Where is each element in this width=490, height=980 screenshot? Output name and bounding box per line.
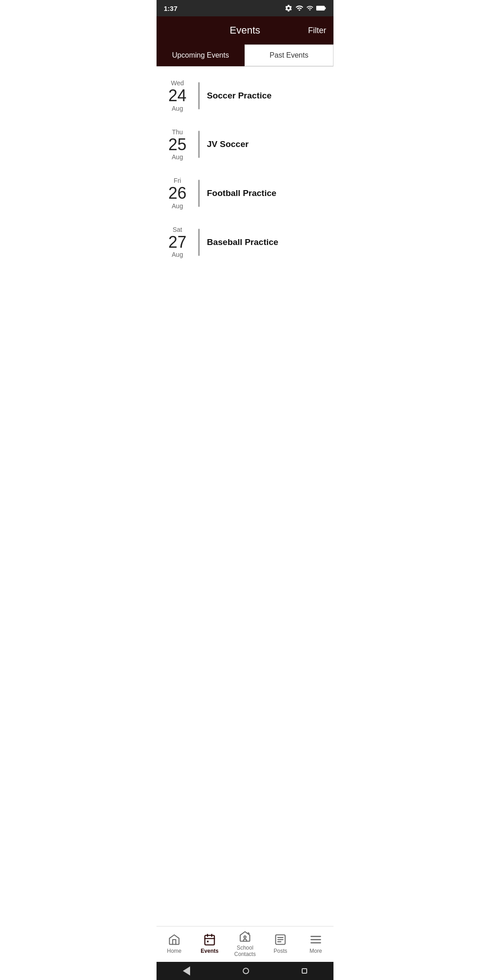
- event-month: Aug: [172, 105, 183, 112]
- wifi-icon: [295, 4, 304, 12]
- home-button[interactable]: [243, 968, 249, 974]
- filter-button[interactable]: Filter: [308, 26, 326, 35]
- svg-rect-2: [205, 936, 215, 945]
- svg-rect-1: [325, 7, 326, 10]
- list-item[interactable]: Sat 27 Aug Baseball Practice: [157, 218, 333, 267]
- event-divider: [198, 82, 200, 109]
- nav-label-home: Home: [167, 948, 181, 954]
- status-time: 1:37: [164, 5, 177, 12]
- event-date: Wed 24 Aug: [164, 79, 191, 112]
- event-day-name: Thu: [172, 128, 183, 136]
- event-day-number: 25: [168, 136, 186, 154]
- app-header: Events Filter: [157, 16, 333, 44]
- nav-label-school-contacts: School Contacts: [227, 945, 263, 957]
- tab-past-events[interactable]: Past Events: [245, 44, 333, 66]
- list-item[interactable]: Wed 24 Aug Soccer Practice: [157, 71, 333, 120]
- event-date: Sat 27 Aug: [164, 226, 191, 259]
- event-divider: [198, 131, 200, 158]
- event-title: Soccer Practice: [207, 91, 272, 101]
- event-month: Aug: [172, 153, 183, 161]
- nav-label-posts: Posts: [274, 948, 287, 954]
- event-date: Thu 25 Aug: [164, 128, 191, 161]
- tab-upcoming-events[interactable]: Upcoming Events: [157, 44, 245, 66]
- event-day-number: 24: [168, 87, 186, 105]
- event-title: Baseball Practice: [207, 237, 278, 247]
- nav-item-home[interactable]: Home: [157, 933, 192, 954]
- nav-item-school-contacts[interactable]: School Contacts: [227, 930, 263, 957]
- list-item[interactable]: Fri 26 Aug Football Practice: [157, 169, 333, 218]
- event-month: Aug: [172, 202, 183, 210]
- signal-icon: [306, 5, 314, 12]
- page-title: Events: [230, 24, 260, 36]
- system-nav-bar: [157, 962, 333, 980]
- event-divider: [198, 180, 200, 207]
- status-bar: 1:37: [157, 0, 333, 16]
- back-button[interactable]: [183, 966, 190, 975]
- event-title: JV Soccer: [207, 139, 249, 149]
- more-icon: [309, 933, 322, 946]
- events-icon: [203, 933, 216, 946]
- event-divider: [198, 229, 200, 256]
- svg-point-7: [244, 936, 246, 938]
- list-item[interactable]: Thu 25 Aug JV Soccer: [157, 120, 333, 169]
- nav-item-events[interactable]: Events: [192, 933, 227, 954]
- event-day-name: Wed: [171, 79, 184, 87]
- home-icon: [168, 933, 181, 946]
- nav-label-events: Events: [201, 948, 218, 954]
- event-day-number: 26: [168, 184, 186, 202]
- event-day-name: Fri: [174, 177, 181, 184]
- posts-icon: [274, 933, 287, 946]
- events-list: Wed 24 Aug Soccer Practice Thu 25 Aug JV…: [157, 67, 333, 271]
- battery-icon: [316, 5, 326, 11]
- status-icons: [284, 4, 326, 12]
- gear-icon: [284, 4, 293, 12]
- nav-label-more: More: [309, 948, 322, 954]
- event-day-name: Sat: [172, 226, 182, 233]
- svg-rect-6: [207, 941, 209, 942]
- svg-rect-0: [316, 6, 324, 10]
- tab-bar: Upcoming Events Past Events: [157, 44, 333, 67]
- school-contacts-icon: [239, 930, 251, 943]
- event-month: Aug: [172, 251, 183, 258]
- event-title: Football Practice: [207, 188, 276, 198]
- recents-button[interactable]: [302, 968, 307, 974]
- event-date: Fri 26 Aug: [164, 177, 191, 210]
- nav-item-more[interactable]: More: [298, 933, 333, 954]
- nav-item-posts[interactable]: Posts: [263, 933, 298, 954]
- event-day-number: 27: [168, 233, 186, 251]
- bottom-nav: Home Events School Contacts: [157, 926, 333, 962]
